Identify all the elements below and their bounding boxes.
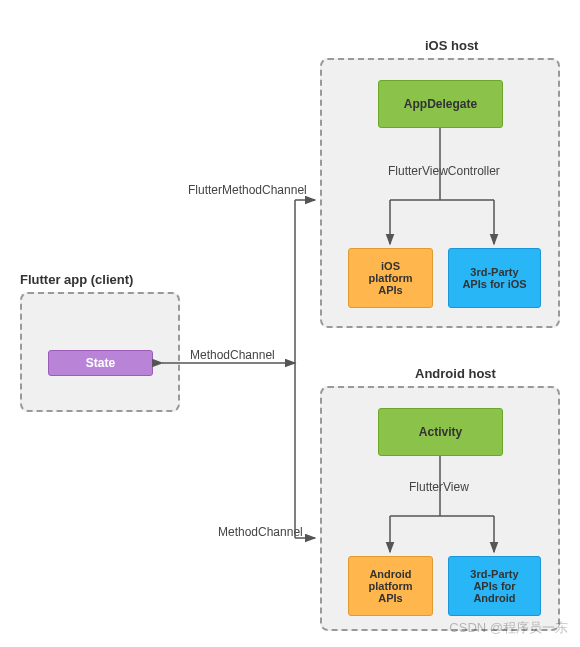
ios-platform-apis-node: iOSplatformAPIs [348,248,433,308]
ios-host-title: iOS host [425,38,478,53]
method-channel-label-top: MethodChannel [190,348,275,362]
appdelegate-node: AppDelegate [378,80,503,128]
flutter-view-controller-label: FlutterViewController [388,164,500,178]
android-platform-apis-node: AndroidplatformAPIs [348,556,433,616]
flutter-method-channel-label: FlutterMethodChannel [188,183,307,197]
third-party-android-node: 3rd-PartyAPIs forAndroid [448,556,541,616]
activity-node: Activity [378,408,503,456]
watermark-text: CSDN @程序员一东 [449,619,568,637]
android-host-title: Android host [415,366,496,381]
method-channel-label-bottom: MethodChannel [218,525,303,539]
third-party-ios-node: 3rd-PartyAPIs for iOS [448,248,541,308]
flutter-client-title: Flutter app (client) [20,272,133,287]
state-node: State [48,350,153,376]
flutter-view-label: FlutterView [409,480,469,494]
